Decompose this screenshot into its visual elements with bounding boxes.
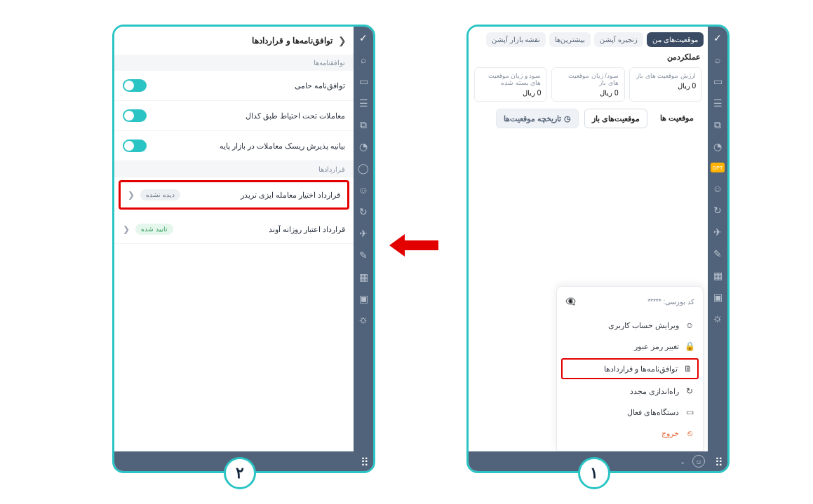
document-icon: 🗎	[683, 364, 693, 374]
positions-tab-open[interactable]: موقعیت‌های باز	[584, 109, 647, 128]
toggle-switch[interactable]	[123, 79, 147, 92]
back-chevron-icon[interactable]: ❮	[338, 35, 347, 46]
message-icon[interactable]: ☺	[712, 183, 723, 194]
menu-restart[interactable]: ↻ راه‌اندازی مجدد	[557, 381, 703, 402]
chart-icon[interactable]: ⧉	[712, 119, 723, 130]
screenshot-step-2: ✓ ⌕ ▭ ☰ ⧉ ◔ ◯ ☺ ↻ ✈ ✎ ▦ ▣ ⛭ ❮ توافق‌نامه…	[112, 25, 375, 473]
performance-title: عملکردمن	[469, 50, 708, 67]
agreement-risk-row[interactable]: بیانیه پذیرش ریسک معاملات در بازار پایه	[114, 131, 354, 161]
section-agreements: توافقنامه‌ها	[114, 55, 354, 71]
step-badge-1: ۱	[578, 457, 610, 489]
tab-market-map[interactable]: نقشه بازار آپشن	[486, 32, 546, 47]
search-icon[interactable]: ⌕	[358, 54, 369, 65]
check-icon[interactable]: ✓	[358, 32, 369, 43]
logout-icon: ⎋	[685, 428, 694, 438]
settings-icon[interactable]: ⛭	[712, 313, 723, 325]
app-content: ❮ توافق‌نامه‌ها و قراردادها توافقنامه‌ها…	[114, 27, 354, 451]
row-label: بیانیه پذیرش ریسک معاملات در بازار پایه	[220, 142, 345, 151]
row-label: معاملات تحت احتیاط طبق کدال	[246, 111, 345, 121]
status-badge-unseen: دیده نشده	[140, 189, 180, 200]
grid-icon[interactable]: ▦	[358, 271, 369, 282]
contract-avand-row[interactable]: قرارداد اعتبار روزانه آوند تایید شده ❮	[114, 215, 354, 244]
bell-icon[interactable]: ◔	[712, 141, 723, 152]
history-icon[interactable]: ↻	[712, 205, 723, 216]
wallet-icon[interactable]: ▭	[358, 76, 369, 87]
status-badge-approved: تایید شده	[135, 224, 173, 235]
menu-active-devices[interactable]: ▭ دستگاه‌های فعال	[557, 402, 703, 423]
clipboard-icon[interactable]: ☰	[712, 97, 723, 109]
note-icon[interactable]: ✎	[358, 250, 369, 261]
top-tabs: موقعیت‌های من زنجیره آپشن بیشترین‌ها نقش…	[469, 27, 708, 50]
message-icon[interactable]: ☺	[358, 184, 369, 196]
tab-my-positions[interactable]: موقعیت‌های من	[647, 32, 704, 47]
step-badge-2: ۲	[224, 457, 256, 489]
bourse-code-label: کد بورسی: *****	[647, 298, 694, 306]
stat-open-pl: سود/ زیان موقعیت های باز 0 ریال	[551, 67, 624, 102]
send-icon[interactable]: ✈	[358, 228, 369, 239]
box-icon[interactable]: ▣	[358, 293, 369, 304]
user-avatar-icon[interactable]: ☺	[692, 455, 705, 468]
right-sidebar: ✓ ⌕ ▭ ☰ ⧉ ◔ ◯ ☺ ↻ ✈ ✎ ▦ ▣ ⛭	[354, 27, 373, 471]
positions-tab-history[interactable]: ◷ تاریخچه موقعیت‌ها	[496, 109, 579, 128]
chevron-left-icon: ❮	[123, 224, 130, 234]
highlighted-menu-item: 🗎 توافق‌نامه‌ها و قراردادها	[561, 358, 699, 379]
row-label: توافق‌نامه حامی	[295, 81, 345, 90]
stat-label: ارزش موقعیت های باز	[636, 72, 696, 79]
eye-off-icon[interactable]: 👁️‍🗨️	[565, 297, 576, 306]
stat-open-value: ارزش موقعیت های باز 0 ریال	[629, 67, 702, 102]
user-icon: ☺	[685, 320, 694, 330]
agreement-codal-row[interactable]: معاملات تحت احتیاط طبق کدال	[114, 101, 354, 131]
history-icon[interactable]: ↻	[358, 206, 369, 217]
screenshot-step-1: ✓ ⌕ ▭ ☰ ⧉ ◔ OPT ☺ ↻ ✈ ✎ ▦ ▣ ⛭ موقعیت‌های…	[466, 25, 730, 473]
menu-label: دستگاه‌های فعال	[627, 408, 679, 416]
menu-edit-account[interactable]: ☺ ویرایش حساب کاربری	[557, 315, 703, 336]
search-icon[interactable]: ⌕	[712, 54, 723, 65]
profile-menu: کد بورسی: ***** 👁️‍🗨️ ☺ ویرایش حساب کارب…	[556, 286, 704, 451]
grid-icon[interactable]: ▦	[712, 270, 723, 281]
wallet-icon[interactable]: ▭	[712, 76, 723, 87]
clock-icon: ◷	[564, 114, 571, 123]
contract-easytrader-row[interactable]: قرارداد اختیار معامله ایزی تریدر دیده نش…	[121, 182, 347, 207]
right-sidebar: ✓ ⌕ ▭ ☰ ⧉ ◔ OPT ☺ ↻ ✈ ✎ ▦ ▣ ⛭	[708, 27, 727, 471]
refresh-icon: ↻	[685, 386, 694, 396]
row-label: قرارداد اعتبار روزانه آوند	[269, 225, 345, 234]
tab-option-chain[interactable]: زنجیره آپشن	[594, 32, 643, 47]
toggle-switch[interactable]	[123, 139, 147, 152]
svg-marker-0	[389, 234, 438, 257]
bell-icon[interactable]: ◔	[358, 141, 369, 152]
chart-icon[interactable]: ⧉	[358, 119, 369, 130]
bourse-code-masked: *****	[647, 298, 661, 306]
menu-label: خروج	[661, 429, 679, 437]
send-icon[interactable]: ✈	[712, 226, 723, 238]
profile-header: کد بورسی: ***** 👁️‍🗨️	[557, 294, 703, 315]
menu-label: توافق‌نامه‌ها و قراردادها	[604, 365, 678, 373]
apps-grid-icon[interactable]: ⠿	[712, 456, 723, 467]
stat-value: 0 ریال	[558, 89, 618, 97]
opt-icon[interactable]: ◯	[358, 163, 369, 174]
opt-badge-icon[interactable]: OPT	[711, 163, 725, 172]
settings-icon[interactable]: ⛭	[358, 315, 369, 326]
menu-agreements[interactable]: 🗎 توافق‌نامه‌ها و قراردادها	[567, 364, 693, 374]
positions-tab-list[interactable]: موقعیت ها	[653, 109, 701, 128]
app-content: موقعیت‌های من زنجیره آپشن بیشترین‌ها نقش…	[469, 27, 708, 451]
page-header: ❮ توافق‌نامه‌ها و قراردادها	[114, 27, 354, 55]
highlighted-contract-row: قرارداد اختیار معامله ایزی تریدر دیده نش…	[119, 180, 349, 210]
check-icon[interactable]: ✓	[712, 32, 723, 43]
stat-label: سود/ زیان موقعیت های باز	[558, 72, 618, 86]
agreement-sponsor-row[interactable]: توافق‌نامه حامی	[114, 71, 354, 101]
stat-label: سود و زیان موقعیت های بسته شده	[481, 72, 541, 86]
menu-change-password[interactable]: 🔒 تغییر رمز عبور	[557, 336, 703, 357]
chevron-left-icon: ❮	[128, 190, 135, 200]
note-icon[interactable]: ✎	[712, 248, 723, 259]
positions-tabs: موقعیت ها موقعیت‌های باز ◷ تاریخچه موقعی…	[469, 109, 708, 134]
chevron-down-icon[interactable]: ⌄	[680, 458, 685, 465]
apps-grid-icon[interactable]: ⠿	[358, 456, 369, 467]
box-icon[interactable]: ▣	[712, 292, 723, 303]
tab-most[interactable]: بیشترین‌ها	[549, 32, 591, 47]
tab-label: تاریخچه موقعیت‌ها	[504, 114, 561, 123]
clipboard-icon[interactable]: ☰	[358, 97, 369, 109]
menu-logout[interactable]: ⎋ خروج	[557, 423, 703, 444]
page-title: توافق‌نامه‌ها و قراردادها	[252, 36, 332, 46]
menu-label: ویرایش حساب کاربری	[608, 321, 679, 329]
toggle-switch[interactable]	[123, 109, 147, 122]
